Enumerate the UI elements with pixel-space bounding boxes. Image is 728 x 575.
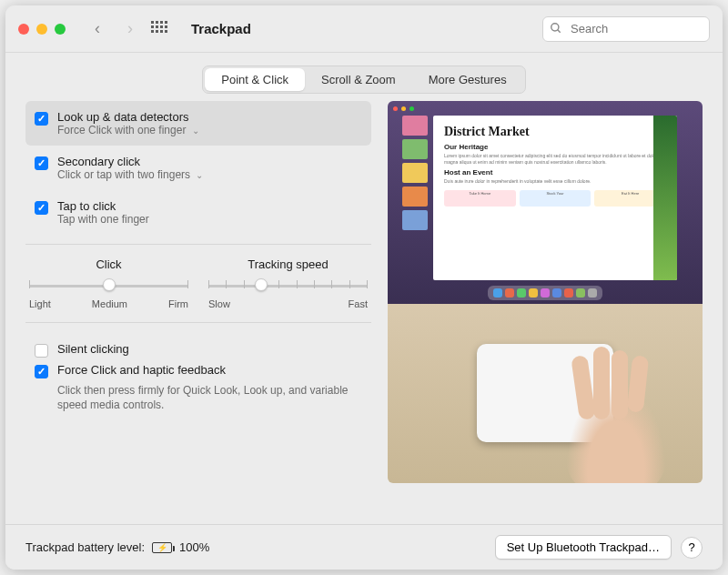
option-title: Tap to click [57, 199, 149, 213]
options-column: Look up & data detectors Force Click wit… [25, 101, 371, 483]
preview-hand [566, 383, 666, 483]
segmented-tabs: Point & Click Scroll & Zoom More Gesture… [202, 66, 525, 94]
grid-icon [151, 21, 167, 37]
battery-percent: 100% [179, 540, 209, 554]
content: Look up & data detectors Force Click wit… [5, 101, 723, 483]
option-tap-text: Tap to click Tap with one finger [57, 199, 149, 226]
back-button[interactable]: ‹ [86, 17, 109, 41]
svg-point-0 [551, 23, 559, 30]
search-input[interactable] [542, 16, 710, 42]
tabs-row: Point & Click Scroll & Zoom More Gesture… [5, 53, 723, 101]
search-icon [550, 22, 562, 37]
chevron-down-icon[interactable]: ⌄ [196, 170, 203, 180]
preview-doc-title: District Market [444, 125, 666, 139]
bottom-options: Silent clicking Force Click and haptic f… [25, 332, 371, 419]
show-all-button[interactable] [151, 17, 175, 41]
preview-screen: District Market Our Heritage Lorem ipsum… [388, 101, 703, 304]
tab-more-gestures[interactable]: More Gestures [412, 68, 523, 91]
option-title: Silent clicking [57, 342, 129, 356]
option-description: Click then press firmly for Quick Look, … [57, 383, 368, 412]
tab-point-click[interactable]: Point & Click [205, 68, 305, 91]
option-subtitle: Click or tap with two fingers ⌄ [57, 168, 203, 181]
tracking-slider-block: Tracking speed Slow Fast [208, 257, 368, 309]
slider-title: Click [29, 257, 188, 271]
option-secondary-click[interactable]: Secondary click Click or tap with two fi… [25, 146, 371, 190]
slider-title: Tracking speed [208, 257, 368, 271]
divider [25, 322, 371, 323]
search-wrap [542, 16, 710, 42]
slider-knob[interactable] [255, 278, 268, 291]
forward-button: › [118, 17, 142, 41]
option-force-click[interactable]: Force Click and haptic feedback [29, 360, 368, 381]
battery-status: Trackpad battery level: ⚡ 100% [25, 540, 209, 554]
checkbox-tap[interactable] [35, 201, 48, 215]
option-secondary-text: Secondary click Click or tap with two fi… [57, 155, 203, 181]
slider-labels: Slow Fast [208, 298, 368, 309]
option-title: Look up & data detectors [57, 110, 199, 124]
option-silent-clicking[interactable]: Silent clicking [29, 339, 368, 360]
gesture-preview: District Market Our Heritage Lorem ipsum… [388, 101, 703, 483]
window-title: Trackpad [191, 21, 251, 36]
battery-icon: ⚡ [152, 542, 172, 553]
option-title: Force Click and haptic feedback [57, 363, 226, 377]
preview-thumbnails [402, 116, 428, 230]
preview-trackpad-area [388, 304, 703, 483]
option-title: Secondary click [57, 155, 203, 168]
chevron-down-icon[interactable]: ⌄ [192, 126, 199, 136]
checkbox-force[interactable] [35, 365, 48, 378]
close-window-button[interactable] [18, 24, 29, 35]
minimize-window-button[interactable] [36, 24, 47, 35]
checkbox-secondary[interactable] [35, 156, 48, 170]
sliders-row: Click Light Medium Firm Tracking speed [25, 254, 371, 313]
checkbox-silent[interactable] [35, 344, 48, 358]
footer: Trackpad battery level: ⚡ 100% Set Up Bl… [5, 524, 723, 570]
preview-document: District Market Our Heritage Lorem ipsum… [433, 116, 677, 280]
click-slider-block: Click Light Medium Firm [29, 257, 188, 309]
divider [25, 244, 371, 245]
window-controls [18, 24, 66, 35]
help-button[interactable]: ? [681, 537, 703, 559]
battery-label: Trackpad battery level: [25, 540, 145, 554]
slider-knob[interactable] [103, 278, 116, 291]
option-tap-to-click[interactable]: Tap to click Tap with one finger [25, 190, 371, 235]
option-lookup-text: Look up & data detectors Force Click wit… [57, 110, 199, 136]
slider-labels: Light Medium Firm [29, 298, 188, 309]
titlebar: ‹ › Trackpad [5, 5, 723, 53]
zoom-window-button[interactable] [55, 24, 66, 35]
preview-dock [488, 286, 602, 300]
tracking-slider[interactable] [208, 277, 368, 295]
svg-line-1 [558, 29, 561, 32]
tab-scroll-zoom[interactable]: Scroll & Zoom [305, 68, 412, 91]
option-subtitle: Force Click with one finger ⌄ [57, 124, 199, 136]
setup-bluetooth-trackpad-button[interactable]: Set Up Bluetooth Trackpad… [495, 535, 672, 560]
preferences-window: ‹ › Trackpad Point & Click Scroll & Zoom… [5, 5, 723, 570]
checkbox-lookup[interactable] [35, 112, 48, 126]
option-subtitle: Tap with one finger [57, 213, 149, 226]
click-slider[interactable] [29, 277, 188, 295]
option-lookup[interactable]: Look up & data detectors Force Click wit… [25, 101, 371, 146]
